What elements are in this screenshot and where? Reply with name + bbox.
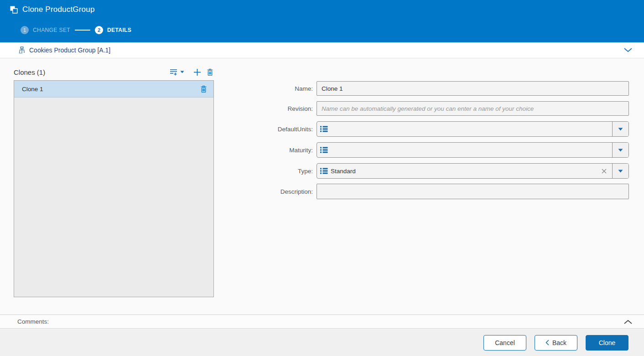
- wizard-stepper: 1 CHANGE SET 2 DETAILS: [21, 26, 131, 34]
- default-units-select[interactable]: [317, 121, 629, 137]
- dropdown-arrow-icon: [618, 149, 623, 152]
- dialog-title: Clone ProductGroup: [22, 5, 95, 14]
- add-multiple-icon: [170, 69, 177, 76]
- maturity-label: Maturity:: [205, 147, 317, 154]
- dropdown-caret-icon: [180, 71, 184, 73]
- list-icon: [320, 126, 328, 132]
- dialog-title-row: Clone ProductGroup: [10, 5, 95, 14]
- type-dropdown-button[interactable]: [612, 164, 628, 178]
- clone-icon: [10, 5, 18, 14]
- description-input[interactable]: [317, 184, 629, 199]
- delete-icon: [207, 68, 213, 76]
- delete-clones-button[interactable]: [206, 68, 214, 77]
- collapse-comments-button[interactable]: [623, 319, 633, 325]
- step-change-set-number: 1: [21, 26, 29, 34]
- comments-label: Comments:: [17, 318, 49, 325]
- step-connector: [75, 30, 90, 31]
- clone-list-item[interactable]: Clone 1: [14, 81, 213, 98]
- type-clear-button[interactable]: [600, 167, 608, 175]
- add-multiple-caret-button[interactable]: [180, 70, 185, 74]
- default-units-label: DefaultUnits:: [205, 126, 317, 133]
- form-row-revision: Revision:: [205, 101, 629, 116]
- name-input[interactable]: [317, 81, 629, 96]
- name-label: Name:: [205, 85, 317, 92]
- step-details-label: DETAILS: [107, 27, 131, 33]
- revision-input[interactable]: [317, 101, 629, 116]
- clone-productgroup-dialog: Clone ProductGroup 1 CHANGE SET 2 DETAIL…: [0, 0, 644, 356]
- clone-button[interactable]: Clone: [586, 335, 628, 351]
- chevron-up-icon: [624, 320, 632, 324]
- comments-bar: Comments:: [0, 315, 644, 329]
- description-label: Description:: [205, 188, 317, 195]
- add-clone-button[interactable]: [193, 68, 202, 77]
- step-change-set[interactable]: 1 CHANGE SET: [21, 26, 70, 34]
- cancel-button[interactable]: Cancel: [483, 335, 526, 351]
- form-row-description: Description:: [205, 184, 629, 199]
- clones-toolbar: [169, 68, 214, 77]
- step-change-set-label: CHANGE SET: [33, 27, 70, 33]
- step-details-number: 2: [95, 26, 103, 34]
- dialog-footer: Cancel Back Clone: [0, 329, 644, 356]
- source-item-bar: Cookies Product Group [A.1]: [0, 42, 644, 58]
- clones-panel: Clones (1): [14, 67, 214, 297]
- maturity-dropdown-button[interactable]: [612, 143, 628, 157]
- back-button[interactable]: Back: [535, 335, 577, 351]
- dropdown-arrow-icon: [618, 128, 623, 131]
- clone-button-label: Clone: [599, 339, 616, 346]
- dropdown-arrow-icon: [618, 170, 623, 173]
- maturity-select[interactable]: [317, 142, 629, 158]
- list-icon: [320, 168, 328, 174]
- type-label: Type:: [205, 168, 317, 175]
- source-item: Cookies Product Group [A.1]: [18, 46, 623, 54]
- list-icon: [320, 147, 328, 153]
- chevron-down-icon: [624, 48, 632, 52]
- default-units-dropdown-button[interactable]: [612, 122, 628, 136]
- clear-x-icon: [601, 168, 607, 174]
- form-row-name: Name:: [205, 81, 629, 96]
- form-row-default-units: DefaultUnits:: [205, 121, 629, 137]
- collapse-source-button[interactable]: [623, 47, 633, 53]
- clone-item-name: Clone 1: [22, 86, 200, 93]
- chevron-left-icon: [545, 340, 549, 346]
- product-group-icon: [18, 46, 26, 54]
- type-select[interactable]: Standard: [317, 163, 629, 179]
- step-details[interactable]: 2 DETAILS: [95, 26, 131, 34]
- cancel-button-label: Cancel: [495, 339, 515, 346]
- clones-list: Clone 1: [14, 80, 214, 297]
- back-button-label: Back: [552, 339, 566, 346]
- add-icon: [193, 68, 201, 76]
- clones-panel-title: Clones (1): [14, 68, 45, 76]
- form-row-maturity: Maturity:: [205, 142, 629, 158]
- add-multiple-button[interactable]: [169, 68, 178, 76]
- clones-panel-header: Clones (1): [14, 67, 214, 77]
- source-item-label: Cookies Product Group [A.1]: [29, 46, 110, 54]
- form-row-type: Type: Standard: [205, 163, 629, 179]
- type-value: Standard: [331, 168, 356, 175]
- dialog-header: Clone ProductGroup 1 CHANGE SET 2 DETAIL…: [0, 0, 644, 42]
- revision-label: Revision:: [205, 105, 317, 112]
- details-form: Name: Revision: DefaultUnits:: [205, 81, 629, 205]
